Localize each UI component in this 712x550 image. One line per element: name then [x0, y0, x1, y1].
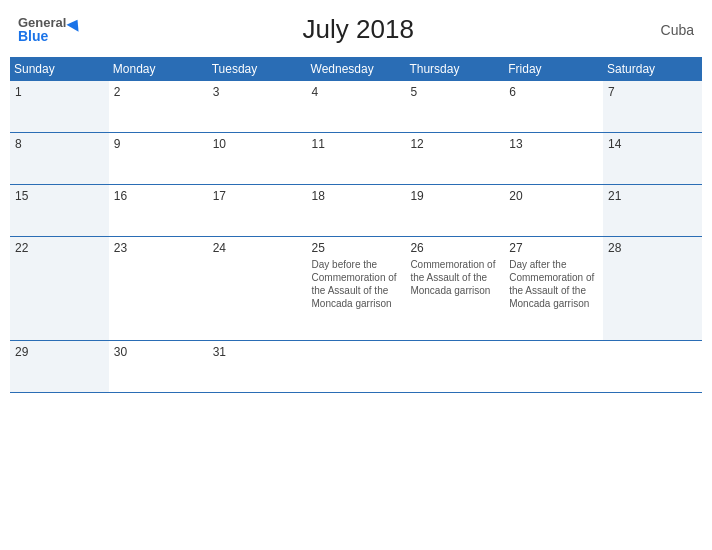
calendar-cell: 21: [603, 185, 702, 237]
day-number: 10: [213, 137, 302, 151]
day-number: 4: [312, 85, 401, 99]
event-text: Day before the Commemoration of the Assa…: [312, 258, 401, 310]
day-number: 25: [312, 241, 401, 255]
calendar-cell: 17: [208, 185, 307, 237]
country-label: Cuba: [634, 22, 694, 38]
day-number: 6: [509, 85, 598, 99]
calendar-cell: 3: [208, 81, 307, 133]
calendar-cell: 24: [208, 237, 307, 341]
calendar-week-5: 293031: [10, 341, 702, 393]
calendar-cell: 23: [109, 237, 208, 341]
calendar-cell: 27Day after the Commemoration of the Ass…: [504, 237, 603, 341]
day-number: 9: [114, 137, 203, 151]
day-number: 2: [114, 85, 203, 99]
calendar-cell: 10: [208, 133, 307, 185]
day-header-wednesday: Wednesday: [307, 57, 406, 81]
day-header-friday: Friday: [504, 57, 603, 81]
calendar-header: SundayMondayTuesdayWednesdayThursdayFrid…: [10, 57, 702, 81]
logo: General Blue: [18, 16, 82, 43]
day-number: 15: [15, 189, 104, 203]
day-number: 22: [15, 241, 104, 255]
day-number: 31: [213, 345, 302, 359]
day-number: 29: [15, 345, 104, 359]
calendar-cell: 4: [307, 81, 406, 133]
calendar-cell: 14: [603, 133, 702, 185]
day-number: 16: [114, 189, 203, 203]
calendar-cell: [603, 341, 702, 393]
calendar-cell: 7: [603, 81, 702, 133]
calendar-cell: 20: [504, 185, 603, 237]
event-text: Commemoration of the Assault of the Monc…: [410, 258, 499, 297]
calendar-week-1: 1234567: [10, 81, 702, 133]
day-number: 8: [15, 137, 104, 151]
calendar-cell: 8: [10, 133, 109, 185]
calendar-cell: 26Commemoration of the Assault of the Mo…: [405, 237, 504, 341]
calendar-cell: 15: [10, 185, 109, 237]
calendar-cell: 28: [603, 237, 702, 341]
calendar-week-3: 15161718192021: [10, 185, 702, 237]
day-header-thursday: Thursday: [405, 57, 504, 81]
day-number: 18: [312, 189, 401, 203]
day-number: 1: [15, 85, 104, 99]
calendar-table: SundayMondayTuesdayWednesdayThursdayFrid…: [10, 57, 702, 393]
calendar-cell: 29: [10, 341, 109, 393]
day-number: 14: [608, 137, 697, 151]
logo-blue-text: Blue: [18, 29, 82, 43]
day-number: 13: [509, 137, 598, 151]
day-number: 7: [608, 85, 697, 99]
calendar-cell: 13: [504, 133, 603, 185]
calendar-cell: 5: [405, 81, 504, 133]
day-number: 12: [410, 137, 499, 151]
page-header: General Blue July 2018 Cuba: [10, 10, 702, 49]
day-number: 27: [509, 241, 598, 255]
calendar-title: July 2018: [82, 14, 634, 45]
calendar-cell: 22: [10, 237, 109, 341]
calendar-cell: 6: [504, 81, 603, 133]
day-number: 3: [213, 85, 302, 99]
calendar-cell: [405, 341, 504, 393]
calendar-cell: [504, 341, 603, 393]
day-number: 11: [312, 137, 401, 151]
calendar-cell: 19: [405, 185, 504, 237]
day-number: 19: [410, 189, 499, 203]
calendar-week-4: 22232425Day before the Commemoration of …: [10, 237, 702, 341]
day-number: 24: [213, 241, 302, 255]
calendar-cell: 31: [208, 341, 307, 393]
calendar-cell: 1: [10, 81, 109, 133]
event-text: Day after the Commemoration of the Assau…: [509, 258, 598, 310]
calendar-cell: 12: [405, 133, 504, 185]
calendar-cell: 30: [109, 341, 208, 393]
calendar-cell: 18: [307, 185, 406, 237]
day-header-saturday: Saturday: [603, 57, 702, 81]
calendar-cell: 2: [109, 81, 208, 133]
calendar-cell: 25Day before the Commemoration of the As…: [307, 237, 406, 341]
calendar-cell: 11: [307, 133, 406, 185]
day-number: 5: [410, 85, 499, 99]
day-number: 23: [114, 241, 203, 255]
day-number: 21: [608, 189, 697, 203]
day-number: 30: [114, 345, 203, 359]
days-of-week-row: SundayMondayTuesdayWednesdayThursdayFrid…: [10, 57, 702, 81]
day-number: 17: [213, 189, 302, 203]
day-header-monday: Monday: [109, 57, 208, 81]
day-header-tuesday: Tuesday: [208, 57, 307, 81]
calendar-cell: 16: [109, 185, 208, 237]
calendar-cell: 9: [109, 133, 208, 185]
day-number: 28: [608, 241, 697, 255]
calendar-cell: [307, 341, 406, 393]
calendar-body: 1234567891011121314151617181920212223242…: [10, 81, 702, 393]
day-header-sunday: Sunday: [10, 57, 109, 81]
day-number: 20: [509, 189, 598, 203]
day-number: 26: [410, 241, 499, 255]
calendar-week-2: 891011121314: [10, 133, 702, 185]
